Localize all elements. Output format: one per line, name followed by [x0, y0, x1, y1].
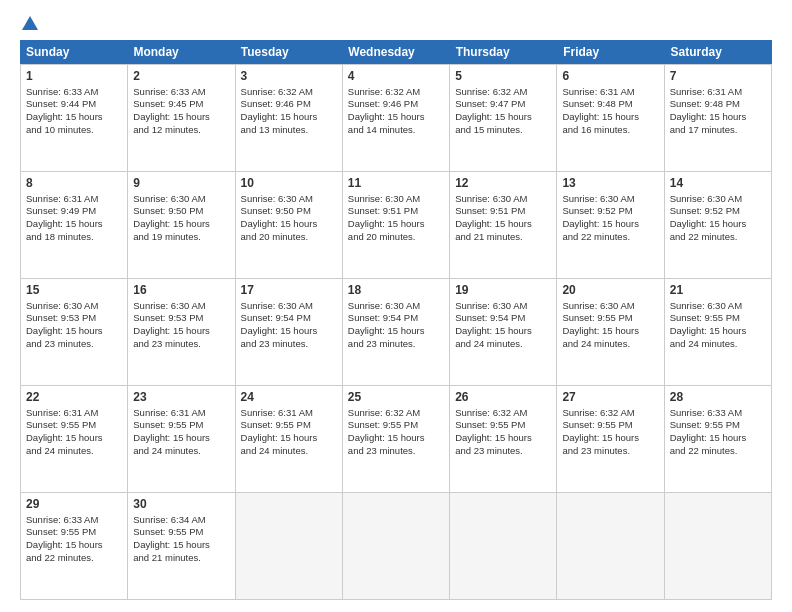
day-info: Sunrise: 6:32 AM Sunset: 9:55 PM Dayligh… — [348, 407, 444, 458]
calendar-cell: 4Sunrise: 6:32 AM Sunset: 9:46 PM Daylig… — [343, 65, 450, 171]
day-info: Sunrise: 6:30 AM Sunset: 9:53 PM Dayligh… — [133, 300, 229, 351]
calendar-cell: 24Sunrise: 6:31 AM Sunset: 9:55 PM Dayli… — [236, 386, 343, 492]
day-info: Sunrise: 6:30 AM Sunset: 9:54 PM Dayligh… — [455, 300, 551, 351]
day-number: 10 — [241, 176, 337, 192]
day-info: Sunrise: 6:31 AM Sunset: 9:49 PM Dayligh… — [26, 193, 122, 244]
calendar-cell: 14Sunrise: 6:30 AM Sunset: 9:52 PM Dayli… — [665, 172, 772, 278]
day-number: 17 — [241, 283, 337, 299]
calendar-cell: 1Sunrise: 6:33 AM Sunset: 9:44 PM Daylig… — [21, 65, 128, 171]
day-number: 19 — [455, 283, 551, 299]
calendar-cell: 28Sunrise: 6:33 AM Sunset: 9:55 PM Dayli… — [665, 386, 772, 492]
day-info: Sunrise: 6:30 AM Sunset: 9:51 PM Dayligh… — [348, 193, 444, 244]
day-number: 26 — [455, 390, 551, 406]
calendar-cell: 18Sunrise: 6:30 AM Sunset: 9:54 PM Dayli… — [343, 279, 450, 385]
calendar-cell: 29Sunrise: 6:33 AM Sunset: 9:55 PM Dayli… — [21, 493, 128, 599]
day-info: Sunrise: 6:33 AM Sunset: 9:55 PM Dayligh… — [26, 514, 122, 565]
calendar-cell: 12Sunrise: 6:30 AM Sunset: 9:51 PM Dayli… — [450, 172, 557, 278]
day-info: Sunrise: 6:33 AM Sunset: 9:45 PM Dayligh… — [133, 86, 229, 137]
day-info: Sunrise: 6:31 AM Sunset: 9:55 PM Dayligh… — [133, 407, 229, 458]
day-info: Sunrise: 6:33 AM Sunset: 9:55 PM Dayligh… — [670, 407, 766, 458]
calendar-cell: 7Sunrise: 6:31 AM Sunset: 9:48 PM Daylig… — [665, 65, 772, 171]
calendar-body: 1Sunrise: 6:33 AM Sunset: 9:44 PM Daylig… — [20, 64, 772, 600]
calendar-cell: 20Sunrise: 6:30 AM Sunset: 9:55 PM Dayli… — [557, 279, 664, 385]
day-info: Sunrise: 6:30 AM Sunset: 9:55 PM Dayligh… — [670, 300, 766, 351]
day-number: 15 — [26, 283, 122, 299]
day-info: Sunrise: 6:32 AM Sunset: 9:55 PM Dayligh… — [562, 407, 658, 458]
header-day-sunday: Sunday — [20, 40, 127, 64]
calendar-cell: 16Sunrise: 6:30 AM Sunset: 9:53 PM Dayli… — [128, 279, 235, 385]
day-number: 13 — [562, 176, 658, 192]
day-info: Sunrise: 6:32 AM Sunset: 9:46 PM Dayligh… — [241, 86, 337, 137]
day-number: 2 — [133, 69, 229, 85]
day-info: Sunrise: 6:30 AM Sunset: 9:52 PM Dayligh… — [562, 193, 658, 244]
day-number: 20 — [562, 283, 658, 299]
day-number: 25 — [348, 390, 444, 406]
calendar-cell: 10Sunrise: 6:30 AM Sunset: 9:50 PM Dayli… — [236, 172, 343, 278]
day-number: 4 — [348, 69, 444, 85]
day-number: 8 — [26, 176, 122, 192]
day-number: 9 — [133, 176, 229, 192]
day-info: Sunrise: 6:30 AM Sunset: 9:54 PM Dayligh… — [241, 300, 337, 351]
day-number: 28 — [670, 390, 766, 406]
day-number: 5 — [455, 69, 551, 85]
page: SundayMondayTuesdayWednesdayThursdayFrid… — [0, 0, 792, 612]
calendar-cell: 23Sunrise: 6:31 AM Sunset: 9:55 PM Dayli… — [128, 386, 235, 492]
calendar-row-2: 8Sunrise: 6:31 AM Sunset: 9:49 PM Daylig… — [20, 172, 772, 279]
calendar-cell: 19Sunrise: 6:30 AM Sunset: 9:54 PM Dayli… — [450, 279, 557, 385]
day-number: 6 — [562, 69, 658, 85]
day-number: 29 — [26, 497, 122, 513]
calendar-row-3: 15Sunrise: 6:30 AM Sunset: 9:53 PM Dayli… — [20, 279, 772, 386]
header-day-friday: Friday — [557, 40, 664, 64]
day-number: 16 — [133, 283, 229, 299]
day-info: Sunrise: 6:31 AM Sunset: 9:48 PM Dayligh… — [562, 86, 658, 137]
day-info: Sunrise: 6:30 AM Sunset: 9:54 PM Dayligh… — [348, 300, 444, 351]
calendar-cell: 15Sunrise: 6:30 AM Sunset: 9:53 PM Dayli… — [21, 279, 128, 385]
day-info: Sunrise: 6:30 AM Sunset: 9:55 PM Dayligh… — [562, 300, 658, 351]
calendar-cell: 9Sunrise: 6:30 AM Sunset: 9:50 PM Daylig… — [128, 172, 235, 278]
header-day-tuesday: Tuesday — [235, 40, 342, 64]
calendar-cell: 8Sunrise: 6:31 AM Sunset: 9:49 PM Daylig… — [21, 172, 128, 278]
calendar-cell — [665, 493, 772, 599]
calendar: SundayMondayTuesdayWednesdayThursdayFrid… — [20, 40, 772, 600]
calendar-cell: 25Sunrise: 6:32 AM Sunset: 9:55 PM Dayli… — [343, 386, 450, 492]
day-number: 23 — [133, 390, 229, 406]
header-day-saturday: Saturday — [665, 40, 772, 64]
day-info: Sunrise: 6:31 AM Sunset: 9:55 PM Dayligh… — [26, 407, 122, 458]
calendar-row-1: 1Sunrise: 6:33 AM Sunset: 9:44 PM Daylig… — [20, 64, 772, 172]
day-info: Sunrise: 6:33 AM Sunset: 9:44 PM Dayligh… — [26, 86, 122, 137]
day-info: Sunrise: 6:32 AM Sunset: 9:46 PM Dayligh… — [348, 86, 444, 137]
calendar-cell — [236, 493, 343, 599]
calendar-cell: 21Sunrise: 6:30 AM Sunset: 9:55 PM Dayli… — [665, 279, 772, 385]
day-info: Sunrise: 6:32 AM Sunset: 9:47 PM Dayligh… — [455, 86, 551, 137]
day-number: 24 — [241, 390, 337, 406]
day-number: 11 — [348, 176, 444, 192]
day-info: Sunrise: 6:30 AM Sunset: 9:50 PM Dayligh… — [133, 193, 229, 244]
day-info: Sunrise: 6:31 AM Sunset: 9:48 PM Dayligh… — [670, 86, 766, 137]
day-number: 30 — [133, 497, 229, 513]
header-day-monday: Monday — [127, 40, 234, 64]
calendar-cell — [343, 493, 450, 599]
day-number: 14 — [670, 176, 766, 192]
day-number: 18 — [348, 283, 444, 299]
day-info: Sunrise: 6:32 AM Sunset: 9:55 PM Dayligh… — [455, 407, 551, 458]
header-day-thursday: Thursday — [450, 40, 557, 64]
calendar-row-5: 29Sunrise: 6:33 AM Sunset: 9:55 PM Dayli… — [20, 493, 772, 600]
calendar-cell: 2Sunrise: 6:33 AM Sunset: 9:45 PM Daylig… — [128, 65, 235, 171]
calendar-cell: 6Sunrise: 6:31 AM Sunset: 9:48 PM Daylig… — [557, 65, 664, 171]
header — [20, 16, 772, 32]
calendar-cell: 22Sunrise: 6:31 AM Sunset: 9:55 PM Dayli… — [21, 386, 128, 492]
calendar-cell: 3Sunrise: 6:32 AM Sunset: 9:46 PM Daylig… — [236, 65, 343, 171]
day-info: Sunrise: 6:30 AM Sunset: 9:50 PM Dayligh… — [241, 193, 337, 244]
day-info: Sunrise: 6:30 AM Sunset: 9:51 PM Dayligh… — [455, 193, 551, 244]
day-info: Sunrise: 6:30 AM Sunset: 9:52 PM Dayligh… — [670, 193, 766, 244]
day-number: 7 — [670, 69, 766, 85]
logo-triangle-icon — [22, 16, 38, 30]
day-number: 21 — [670, 283, 766, 299]
calendar-cell: 11Sunrise: 6:30 AM Sunset: 9:51 PM Dayli… — [343, 172, 450, 278]
day-info: Sunrise: 6:31 AM Sunset: 9:55 PM Dayligh… — [241, 407, 337, 458]
calendar-cell — [557, 493, 664, 599]
day-number: 1 — [26, 69, 122, 85]
day-number: 22 — [26, 390, 122, 406]
calendar-cell — [450, 493, 557, 599]
calendar-cell: 5Sunrise: 6:32 AM Sunset: 9:47 PM Daylig… — [450, 65, 557, 171]
